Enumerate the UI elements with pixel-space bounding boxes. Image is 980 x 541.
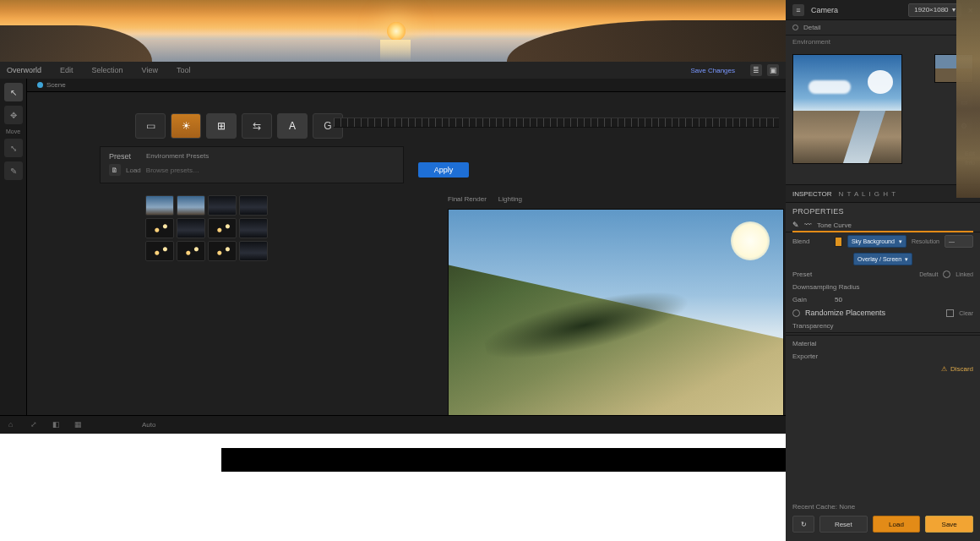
menu-view[interactable]: View	[142, 66, 158, 74]
preset-panel: Preset Environment Presets 🗎 Load Browse…	[100, 146, 404, 183]
viewport-preview[interactable]	[448, 209, 784, 424]
tool-move-label: Move	[0, 128, 26, 134]
preview-tab-lighting[interactable]: Lighting	[498, 195, 522, 209]
tool-move[interactable]: ✥	[4, 106, 23, 124]
resolution-dropdown[interactable]: 1920×1080▾	[908, 3, 961, 17]
transparency-label: Transparency	[792, 322, 868, 330]
mode-sun[interactable]: ☀	[171, 113, 201, 139]
gain-value[interactable]: 50	[835, 296, 842, 303]
tool-brush[interactable]: ✎	[4, 161, 23, 180]
apply-button[interactable]: Apply	[418, 162, 469, 178]
split-icon[interactable]: ◧	[52, 420, 63, 430]
properties-title: PROPERTIES	[786, 203, 980, 218]
preset-thumb[interactable]	[239, 241, 268, 261]
downscale-label: Downsampling Radius	[792, 283, 885, 291]
banner-image	[0, 0, 786, 62]
refresh-button[interactable]: ↻	[792, 516, 814, 533]
preset-thumb[interactable]	[208, 195, 237, 216]
camera-label: Camera	[811, 6, 838, 14]
preset-thumb[interactable]	[239, 218, 268, 238]
refresh-icon: ↻	[801, 521, 807, 528]
chevron-down-icon: ▾	[952, 6, 956, 14]
chevron-down-icon: ▾	[899, 238, 902, 245]
save-status[interactable]: Save Changes	[691, 67, 735, 74]
inspector-footer: Recent Cache: None ↻ Reset Load Save	[786, 498, 980, 541]
ruler	[334, 117, 779, 128]
editor-footer: ⌂ ⤢ ◧ ▦ Auto	[0, 415, 786, 434]
menu-tool[interactable]: Tool	[177, 66, 191, 74]
randomize-radio[interactable]	[792, 309, 800, 317]
menu-edit[interactable]: Edit	[60, 66, 74, 74]
preset-thumb[interactable]	[145, 218, 174, 238]
preview-tabs: Final Render Lighting	[448, 195, 522, 209]
detail-label: Detail	[803, 24, 820, 31]
resolution-field[interactable]: —	[945, 235, 973, 248]
document-tabs: Scene	[27, 79, 786, 92]
preset-hint: Browse presets…	[146, 167, 199, 174]
tool-cursor[interactable]: ↖	[4, 83, 23, 101]
exporter-link[interactable]: Exporter	[786, 350, 980, 363]
preset-heading: Preset	[109, 152, 131, 161]
tab-light[interactable]: N T A L I G H T	[839, 190, 897, 198]
load-button[interactable]: Load	[873, 516, 921, 533]
app-title: Overworld	[7, 66, 41, 74]
tool-strip: ↖ ✥ Move ⤡ ✎	[0, 79, 27, 425]
preset-thumb[interactable]	[145, 195, 174, 216]
preview-tab-final[interactable]: Final Render	[448, 195, 487, 209]
clear-label: Clear	[959, 310, 973, 316]
environment-preview[interactable]	[792, 54, 902, 164]
preset-thumb[interactable]	[208, 241, 237, 261]
blend-color-swatch[interactable]	[835, 237, 842, 247]
preset-thumb[interactable]	[177, 218, 205, 238]
grid-icon[interactable]: ▦	[74, 420, 84, 430]
preset-radio[interactable]	[943, 270, 950, 278]
mode-rect[interactable]: ▭	[135, 113, 166, 139]
preset-subheading: Environment Presets	[146, 152, 209, 161]
menu-selection[interactable]: Selection	[92, 66, 123, 74]
save-button[interactable]: Save	[925, 516, 973, 533]
layers-icon[interactable]: ≣	[750, 64, 762, 76]
preset-thumb[interactable]	[145, 241, 174, 261]
reset-button[interactable]: Reset	[819, 516, 868, 533]
blend-select[interactable]: Sky Background▾	[847, 235, 906, 248]
preset-value: Default	[919, 271, 938, 277]
clear-check[interactable]	[946, 309, 954, 317]
mode-select[interactable]: Overlay / Screen▾	[853, 253, 912, 265]
file-icon: 🗎	[109, 164, 121, 176]
tone-curve-row[interactable]: ✎ 〰 Tone Curve	[786, 218, 980, 232]
resolution-mini-label: Resolution	[912, 238, 939, 244]
preset-thumb[interactable]	[177, 241, 205, 261]
mode-gallery[interactable]: ⊞	[206, 113, 237, 139]
curve-icon: 〰	[804, 221, 812, 229]
mode-text[interactable]: A	[277, 113, 308, 139]
preset-label: Preset	[792, 270, 830, 278]
expand-icon[interactable]: ⤢	[30, 420, 41, 430]
pen-icon: ✎	[792, 221, 799, 229]
inspector-tabs: INSPECTOR N T A L I G H T	[786, 184, 980, 203]
gain-label: Gain	[792, 296, 830, 303]
footer-label: Auto	[142, 421, 155, 429]
preset-thumb[interactable]	[177, 195, 205, 216]
texture-strip	[956, 0, 980, 198]
tool-scale[interactable]: ⤡	[4, 139, 23, 157]
mode-toolbar: ▭ ☀ ⊞ ⇆ A G	[135, 109, 343, 143]
discard-link[interactable]: ⚠ Discard	[786, 363, 980, 375]
preset-thumbnails	[145, 195, 272, 261]
randomize-label: Randomize Placements	[805, 309, 885, 317]
blend-label: Blend	[792, 238, 830, 245]
material-link[interactable]: Material	[786, 337, 980, 350]
record-icon[interactable]	[792, 25, 798, 30]
env-label: Environment	[786, 36, 980, 49]
export-icon[interactable]: ▣	[767, 64, 779, 76]
tab-scene[interactable]: Scene	[46, 81, 66, 89]
editor-window: Overworld Edit Selection View Tool Save …	[0, 62, 786, 434]
preset-thumb[interactable]	[239, 195, 268, 216]
mode-link[interactable]: ⇆	[242, 113, 272, 139]
preset-thumb[interactable]	[208, 218, 237, 238]
home-icon[interactable]: ⌂	[8, 420, 19, 430]
tab-inspector[interactable]: INSPECTOR	[792, 190, 832, 198]
chevron-down-icon: ▾	[905, 256, 908, 263]
menubar: Overworld Edit Selection View Tool Save …	[0, 62, 786, 79]
timeline-bar[interactable]	[221, 448, 786, 472]
panel-menu-icon[interactable]: ≡	[792, 4, 804, 16]
